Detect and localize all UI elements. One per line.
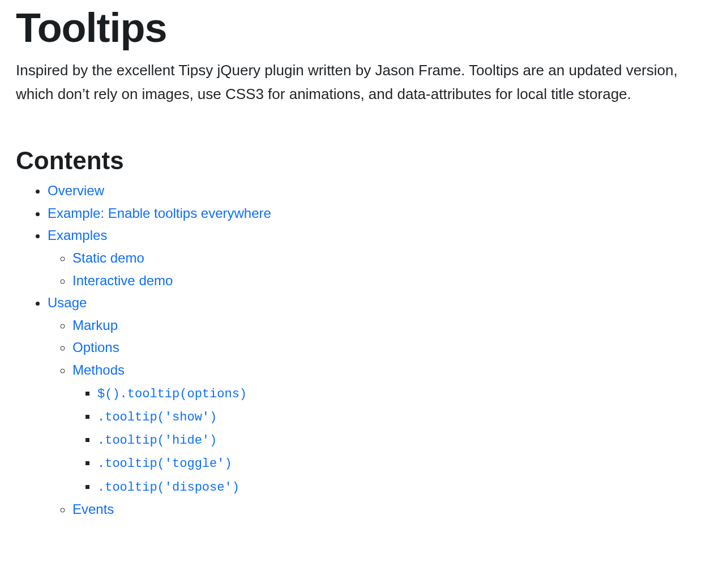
toc-link-events[interactable]: Events [72,501,114,517]
code-method-toggle: .tooltip('toggle') [97,457,232,471]
toc-item: Interactive demo [72,269,711,292]
toc-link-method-hide[interactable]: .tooltip('hide') [97,431,217,447]
toc-link-usage[interactable]: Usage [48,295,87,310]
toc-item: $().tooltip(options) [97,381,711,405]
toc-link-method-options[interactable]: $().tooltip(options) [97,385,247,400]
toc-item: Options [72,336,711,359]
toc-item: Usage Markup Options Methods $().tooltip… [48,291,711,520]
toc-link-markup[interactable]: Markup [72,317,118,333]
toc-item: Overview [48,179,711,202]
toc-link-method-dispose[interactable]: .tooltip('dispose') [97,478,240,493]
table-of-contents: Overview Example: Enable tooltips everyw… [16,179,711,520]
toc-link-static-demo[interactable]: Static demo [72,250,144,265]
toc-item: .tooltip('hide') [97,428,711,451]
toc-item: .tooltip('toggle') [97,451,711,474]
toc-link-example-enable[interactable]: Example: Enable tooltips everywhere [48,205,271,221]
toc-item: Markup [72,314,711,337]
page-content: Tooltips Inspired by the excellent Tipsy… [0,0,727,543]
code-method-hide: .tooltip('hide') [97,434,217,448]
toc-link-method-show[interactable]: .tooltip('show') [97,408,217,423]
toc-link-interactive-demo[interactable]: Interactive demo [72,273,173,288]
toc-item: Events [72,498,711,521]
contents-heading: Contents [16,147,711,175]
page-lead: Inspired by the excellent Tipsy jQuery p… [16,59,684,106]
code-method-show: .tooltip('show') [97,410,217,424]
toc-link-overview[interactable]: Overview [48,183,104,198]
toc-link-method-toggle[interactable]: .tooltip('toggle') [97,454,232,470]
code-method-options: $().tooltip(options) [97,387,247,401]
toc-item: .tooltip('show') [97,405,711,428]
toc-link-methods[interactable]: Methods [72,362,125,377]
toc-item: Methods $().tooltip(options) .tooltip('s… [72,359,711,498]
toc-link-options[interactable]: Options [72,340,119,355]
toc-item: Examples Static demo Interactive demo [48,224,711,291]
toc-link-examples[interactable]: Examples [48,228,107,243]
toc-item: .tooltip('dispose') [97,475,711,498]
page-title: Tooltips [16,0,711,51]
toc-item: Static demo [72,247,711,269]
code-method-dispose: .tooltip('dispose') [97,480,240,495]
toc-item: Example: Enable tooltips everywhere [48,202,711,225]
